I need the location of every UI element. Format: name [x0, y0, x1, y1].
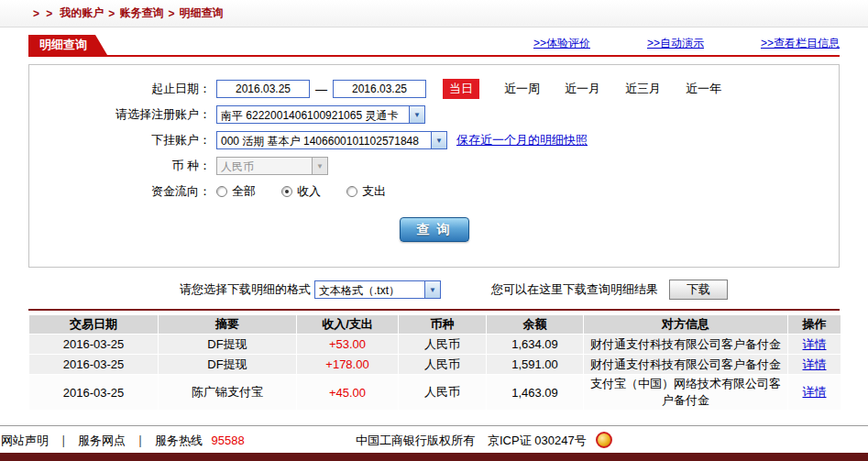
registered-account-select[interactable]: 南平 6222001406100921065 灵通卡 ▼: [216, 105, 425, 124]
breadcrumb-prefix: > >: [33, 7, 54, 20]
header-currency: 币种: [399, 315, 486, 334]
date-from-input[interactable]: [216, 80, 310, 98]
cell-transaction-date: 2016-03-25: [29, 375, 158, 410]
table-row: 2016-03-25 DF提现 +178.00 人民币 1,591.00 财付通…: [29, 355, 841, 374]
flow-option-label: 收入: [297, 183, 321, 200]
transaction-table: 交易日期 摘要 收入/支出 币种 余额 对方信息 操作 2016-03-25 D…: [28, 314, 841, 411]
breadcrumb-separator: >: [108, 7, 115, 20]
cell-summary: DF提现: [159, 355, 296, 374]
footer-row: 网站声明 ｜ 服务网点 ｜ 服务热线 95588 中国工商银行版权所有 京ICP…: [0, 426, 868, 453]
breadcrumb-separator: >: [168, 7, 174, 20]
range-week-button[interactable]: 近一周: [504, 81, 540, 97]
range-quarter-button[interactable]: 近三月: [625, 81, 661, 97]
flow-row: 资金流向： 全部 收入 支出: [29, 179, 839, 204]
cell-balance: 1,463.09: [487, 375, 583, 410]
flow-radio-option[interactable]: 收入: [281, 183, 321, 200]
breadcrumb: > > 我的账户 > 账务查询 > 明细查询: [0, 0, 868, 27]
query-button-row: 查 询: [29, 217, 839, 242]
section-header: 明细查询 >>体验评价 >>自动演示 >>查看栏目信息: [28, 35, 840, 57]
tab-label: 明细查询: [39, 38, 87, 51]
radio-icon: [346, 186, 357, 197]
detail-link[interactable]: 详情: [803, 357, 827, 371]
radio-icon: [216, 186, 227, 197]
sub-account-label: 下挂账户：: [29, 132, 213, 148]
link-auto-demo[interactable]: >>自动演示: [647, 36, 704, 51]
footer-bottom-bar: [0, 453, 868, 461]
header-counterparty: 对方信息: [584, 315, 787, 334]
breadcrumb-item-account-query[interactable]: 账务查询: [119, 5, 163, 21]
chevron-down-icon: ▼: [431, 132, 446, 148]
table-divider: [28, 309, 840, 311]
detail-link[interactable]: 详情: [803, 337, 827, 351]
download-format-value: 文本格式（.txt）: [315, 281, 424, 298]
cell-currency: 人民币: [399, 375, 486, 410]
range-today-button[interactable]: 当日: [443, 79, 479, 99]
cell-counterparty: 财付通支付科技有限公司客户备付金: [584, 335, 787, 354]
footer-separator: ｜: [135, 434, 147, 447]
footer-link-service-outlets[interactable]: 服务网点: [78, 434, 126, 447]
footer-center: 中国工商银行版权所有 京ICP证 030247号: [356, 433, 612, 449]
header-action: 操作: [788, 315, 841, 334]
cell-currency: 人民币: [399, 355, 486, 374]
footer-left: 网站声明 ｜ 服务网点 ｜ 服务热线 95588: [1, 433, 245, 449]
cell-amount: +45.00: [297, 375, 398, 410]
cell-transaction-date: 2016-03-25: [29, 335, 158, 354]
range-month-button[interactable]: 近一月: [565, 81, 600, 97]
radio-icon: [281, 186, 292, 197]
registered-account-label: 请选择注册账户：: [29, 106, 213, 123]
table-body: 2016-03-25 DF提现 +53.00 人民币 1,634.09 财付通支…: [29, 335, 841, 410]
cell-amount: +53.00: [297, 335, 398, 354]
registered-account-row: 请选择注册账户： 南平 6222001406100921065 灵通卡 ▼: [29, 102, 839, 127]
cell-amount: +178.00: [297, 355, 398, 374]
table-row: 2016-03-25 DF提现 +53.00 人民币 1,634.09 财付通支…: [29, 335, 841, 354]
cell-transaction-date: 2016-03-25: [29, 355, 158, 374]
link-experience-rating[interactable]: >>体验评价: [533, 36, 590, 51]
save-snapshot-link[interactable]: 保存近一个月的明细快照: [456, 132, 588, 148]
date-range-label: 起止日期：: [29, 81, 213, 97]
flow-option-label: 全部: [232, 183, 256, 200]
footer-separator: ｜: [58, 434, 70, 447]
range-year-button[interactable]: 近一年: [686, 81, 721, 97]
footer: 网站声明 ｜ 服务网点 ｜ 服务热线 95588 中国工商银行版权所有 京ICP…: [0, 425, 868, 461]
cell-balance: 1,591.00: [487, 355, 583, 374]
chevron-down-icon: ▼: [409, 106, 424, 123]
date-separator: —: [315, 82, 327, 96]
header-income-expense: 收入/支出: [297, 315, 398, 334]
detail-link[interactable]: 详情: [803, 385, 827, 399]
footer-copyright: 中国工商银行版权所有: [356, 433, 475, 449]
sub-account-row: 下挂账户： 000 活期 基本户 1406600101102571848 ▼ 保…: [29, 127, 839, 153]
cell-counterparty: 财付通支付科技有限公司客户备付金: [584, 355, 787, 374]
flow-option-label: 支出: [362, 183, 386, 200]
sub-account-value: 000 活期 基本户 1406600101102571848: [217, 132, 431, 148]
registered-account-value: 南平 6222001406100921065 灵通卡: [217, 106, 409, 123]
chevron-down-icon: ▼: [312, 158, 327, 174]
flow-radio-option[interactable]: 全部: [216, 183, 256, 200]
flow-label: 资金流向：: [29, 183, 213, 200]
footer-link-site-statement[interactable]: 网站声明: [1, 434, 49, 447]
table-row: 2016-03-25 陈广锦支付宝 +45.00 人民币 1,463.09 支付…: [29, 375, 841, 410]
breadcrumb-item-my-account[interactable]: 我的账户: [60, 5, 104, 21]
download-button[interactable]: 下载: [669, 280, 728, 300]
sub-account-select[interactable]: 000 活期 基本户 1406600101102571848 ▼: [216, 131, 447, 149]
currency-label: 币 种：: [29, 158, 213, 174]
header-transaction-date: 交易日期: [29, 315, 158, 334]
header-balance: 余额: [487, 315, 583, 334]
tab-detail-query[interactable]: 明细查询: [28, 35, 107, 55]
cell-action: 详情: [788, 335, 841, 354]
download-format-select[interactable]: 文本格式（.txt） ▼: [314, 280, 441, 299]
header-links: >>体验评价 >>自动演示 >>查看栏目信息: [533, 36, 840, 55]
main-content: 明细查询 >>体验评价 >>自动演示 >>查看栏目信息 起止日期： — 当日 近…: [0, 35, 868, 411]
security-badge-icon[interactable]: [596, 432, 612, 448]
table-header-row: 交易日期 摘要 收入/支出 币种 余额 对方信息 操作: [29, 315, 841, 334]
date-to-input[interactable]: [333, 80, 426, 98]
query-form: 起止日期： — 当日 近一周 近一月 近三月 近一年 请选择注册账户： 南平 6…: [28, 64, 840, 268]
page: > > 我的账户 > 账务查询 > 明细查询 明细查询 >>体验评价 >>自动演…: [0, 0, 868, 461]
flow-radio-option[interactable]: 支出: [346, 183, 386, 200]
breadcrumb-item-detail-query[interactable]: 明细查询: [179, 5, 223, 21]
download-hint: 您可以在这里下载查询明细结果: [491, 281, 658, 298]
cell-summary: DF提现: [159, 335, 296, 354]
cell-balance: 1,634.09: [487, 335, 583, 354]
link-view-column-info[interactable]: >>查看栏目信息: [761, 36, 840, 51]
query-button[interactable]: 查 询: [400, 217, 469, 242]
currency-value: 人民币: [217, 158, 312, 174]
